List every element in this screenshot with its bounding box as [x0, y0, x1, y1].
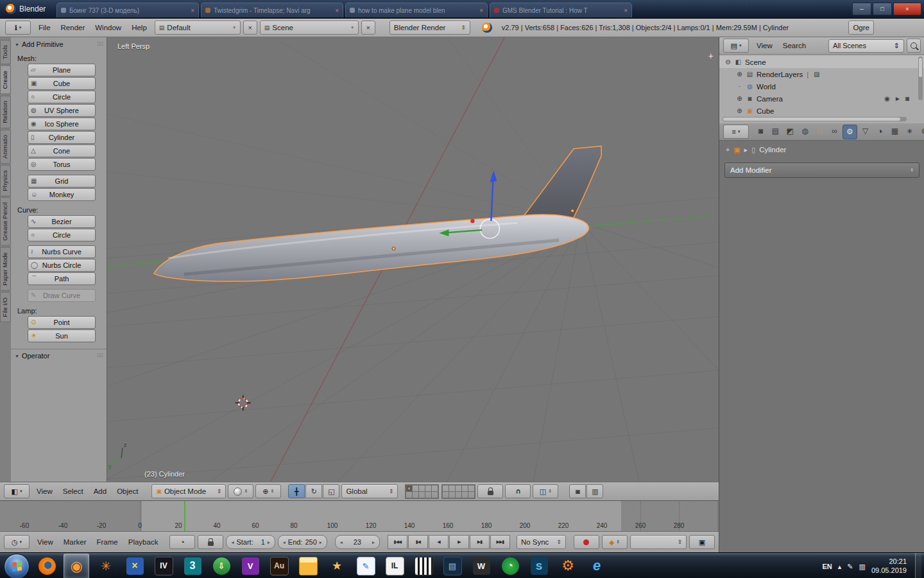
- particles-tab[interactable]: ∗: [903, 125, 916, 138]
- viewport-canvas[interactable]: y z: [107, 37, 719, 482]
- editor-type-button[interactable]: ◷▾: [4, 535, 30, 549]
- menu-add[interactable]: Add: [89, 487, 112, 495]
- outliner-row-camera[interactable]: ⊕ ◙ Camera ◉ ► ◙: [719, 92, 924, 105]
- viewport-shading-selector[interactable]: ⇕: [228, 484, 253, 498]
- add-grid-button[interactable]: ▦Grid: [28, 175, 96, 188]
- auto-keying-selector[interactable]: ◆⇕: [602, 535, 628, 549]
- shelf-tab[interactable]: Relation: [0, 96, 11, 128]
- transform-orientation-selector[interactable]: Global ⇕: [341, 484, 398, 498]
- blender-icon[interactable]: ◉: [64, 554, 89, 578]
- image-line-icon[interactable]: IL: [382, 554, 407, 578]
- add-plane-button[interactable]: ▱Plane: [28, 64, 96, 76]
- current-frame-line[interactable]: [184, 501, 185, 531]
- play-button[interactable]: ▶: [449, 535, 469, 549]
- pivot-point-selector[interactable]: ⊕⇕: [255, 484, 281, 498]
- editor-type-button[interactable]: ℹ▾: [5, 21, 31, 35]
- add-layout-icon[interactable]: +: [233, 24, 236, 31]
- shelf-tab[interactable]: Paper Mode: [0, 247, 11, 291]
- firefox-icon[interactable]: [35, 554, 59, 578]
- screen-layout-selector[interactable]: ▤ Default +: [155, 21, 241, 35]
- synth-icon[interactable]: ▤: [440, 554, 465, 578]
- end-frame-field[interactable]: ◂ End: 250 ▸: [278, 535, 327, 549]
- gear-app-icon[interactable]: ⚙: [556, 554, 580, 578]
- operator-panel-header[interactable]: ▼ Operator ⠿⠿: [15, 351, 103, 361]
- draw-curve-button[interactable]: ✎Draw Curve: [28, 289, 96, 302]
- explorer-folder-icon[interactable]: [296, 554, 320, 578]
- 3d-viewport[interactable]: y z Left Persp (23) Cylinder +: [107, 37, 719, 482]
- world-tab[interactable]: ◍: [798, 125, 812, 138]
- pen-tablet-icon[interactable]: ✎: [847, 563, 853, 571]
- object-tab[interactable]: □: [813, 125, 826, 138]
- layer-grid-1[interactable]: [405, 484, 439, 499]
- add-cylinder-button[interactable]: ▯Cylinder: [28, 131, 96, 144]
- mode-selector[interactable]: ▣ Object Mode ⇕: [151, 484, 226, 498]
- restrict-select-icon[interactable]: ►: [894, 95, 901, 102]
- keying-set-copy-button[interactable]: ▣: [689, 535, 715, 549]
- hidden-icons-button[interactable]: ▴: [838, 563, 842, 571]
- physics-tab[interactable]: ⊚: [918, 125, 924, 138]
- add-monkey-button[interactable]: ☺Monkey: [28, 188, 96, 201]
- menu-view[interactable]: View: [32, 538, 58, 546]
- idm-icon[interactable]: ⇩: [209, 554, 234, 578]
- layers-lock-button[interactable]: [477, 484, 503, 498]
- snap-element-selector[interactable]: ◫⇕: [533, 484, 558, 498]
- collapse-icon[interactable]: ⊖: [724, 58, 732, 66]
- outliner-filter-button[interactable]: [907, 39, 921, 53]
- green-gauge-icon[interactable]: ◔: [498, 554, 522, 578]
- scene-tab[interactable]: ◩: [783, 125, 797, 138]
- add-cone-button[interactable]: △Cone: [28, 144, 96, 157]
- menu-object[interactable]: Object: [112, 487, 143, 495]
- translate-manipulator-button[interactable]: ╋: [288, 484, 305, 498]
- shelf-tab[interactable]: Create: [0, 66, 11, 94]
- panel-drag-icon[interactable]: ⠿⠿: [97, 41, 103, 48]
- add-nurbs-circle-button[interactable]: ◯Nurbs Circle: [28, 259, 96, 272]
- outliner-row-renderlayers[interactable]: ⊕ ▤ RenderLayers | ▨: [719, 68, 924, 80]
- rotate-manipulator-button[interactable]: ↻: [305, 484, 322, 498]
- minimize-button[interactable]: ─: [852, 3, 871, 15]
- menu-select[interactable]: Select: [58, 487, 89, 495]
- current-frame-field[interactable]: ◂ 23 ▸: [335, 535, 380, 549]
- add-ico-sphere-button[interactable]: ◉Ico Sphere: [28, 118, 96, 130]
- outliner-scope-selector[interactable]: All Scenes ⇕: [828, 39, 904, 53]
- scene-selector[interactable]: ▤ Scene +: [260, 21, 359, 35]
- s-app-icon[interactable]: S: [527, 554, 551, 578]
- delete-layout-button[interactable]: ×: [243, 21, 257, 35]
- add-sun-lamp-button[interactable]: ☀Sun: [28, 329, 96, 342]
- language-indicator[interactable]: EN: [823, 563, 832, 570]
- 3ds-max-icon[interactable]: 3: [180, 554, 205, 578]
- pin-icon[interactable]: ⌖: [726, 146, 730, 154]
- airplane-model[interactable]: [154, 146, 601, 282]
- gold-tool-icon[interactable]: ★: [325, 554, 349, 578]
- expand-icon[interactable]: ⊕: [736, 107, 743, 114]
- scale-manipulator-button[interactable]: ◱: [323, 484, 339, 498]
- layer-grid-2[interactable]: [441, 484, 475, 499]
- wacom-icon[interactable]: W: [469, 554, 493, 578]
- menu-frame[interactable]: Frame: [92, 538, 123, 546]
- preview-range-button[interactable]: ◔: [169, 535, 195, 549]
- opengl-render-anim-button[interactable]: ▥: [586, 484, 603, 498]
- modifiers-tab[interactable]: ⚙: [843, 125, 857, 139]
- editor-type-button[interactable]: ▤▾: [723, 39, 749, 53]
- restrict-render-icon[interactable]: ◙: [905, 95, 909, 102]
- wordpad-icon[interactable]: ✎: [354, 554, 378, 578]
- render-tab[interactable]: ◙: [754, 125, 767, 138]
- menu-file[interactable]: File: [33, 24, 56, 31]
- xpadder-icon[interactable]: ×: [123, 554, 147, 578]
- menu-view[interactable]: View: [751, 42, 778, 49]
- add-nurbs-curve-button[interactable]: ≀Nurbs Curve: [28, 245, 96, 258]
- shelf-tab[interactable]: Tools: [0, 40, 11, 64]
- outliner-vertical-scrollbar[interactable]: [918, 57, 923, 100]
- render-layers-tab[interactable]: ▤: [769, 125, 782, 138]
- menu-view[interactable]: View: [31, 487, 58, 495]
- shelf-tab[interactable]: Grease Pencil: [0, 197, 11, 246]
- maximize-button[interactable]: □: [873, 3, 892, 15]
- jump-to-end-button[interactable]: ▶▶▮: [490, 535, 510, 549]
- material-tab[interactable]: ◑: [873, 125, 887, 138]
- expand-icon[interactable]: ⊕: [736, 71, 743, 78]
- jump-to-prev-keyframe-button[interactable]: ▮◀: [408, 535, 428, 549]
- menu-render[interactable]: Render: [56, 24, 90, 31]
- snap-toggle-button[interactable]: ∪: [505, 484, 531, 498]
- add-curve-circle-button[interactable]: ○Circle: [28, 229, 96, 241]
- delete-scene-button[interactable]: ×: [361, 21, 375, 35]
- shelf-tab[interactable]: Physics: [0, 165, 11, 197]
